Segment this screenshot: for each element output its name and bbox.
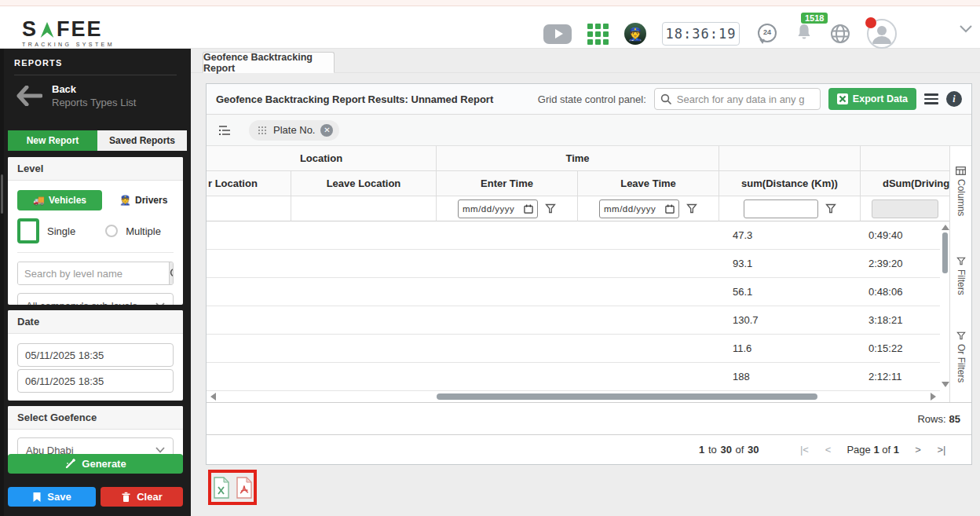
group-tree-icon[interactable] bbox=[218, 124, 232, 137]
distance-value: 188 bbox=[733, 363, 750, 391]
filter-leave-location bbox=[291, 196, 437, 221]
col-header-driving-time[interactable]: dSum(Driving T bbox=[861, 171, 949, 196]
level-search-input[interactable] bbox=[18, 262, 169, 284]
prev-page-button[interactable]: < bbox=[818, 441, 837, 459]
col-header-enter-location[interactable]: r Location bbox=[207, 171, 291, 196]
vehicles-button[interactable]: 🚚 Vehicles bbox=[17, 190, 102, 210]
save-button[interactable]: Save bbox=[8, 487, 96, 507]
group-header-time[interactable]: Time bbox=[437, 146, 719, 171]
filter-leave-time: mm/dd/yyyy bbox=[578, 196, 719, 221]
col-header-enter-time[interactable]: Enter Time bbox=[437, 171, 578, 196]
date-from-input[interactable] bbox=[17, 343, 174, 367]
vscroll-down-arrow[interactable] bbox=[942, 382, 949, 387]
apps-grid-icon[interactable] bbox=[587, 24, 609, 45]
logo-text-prefix: S bbox=[22, 19, 38, 40]
calendar-icon[interactable] bbox=[524, 204, 533, 214]
info-icon[interactable]: i bbox=[946, 91, 962, 107]
back-button[interactable]: Back Reports Types List bbox=[16, 83, 136, 108]
driving-time-value: 0:15:22 bbox=[868, 335, 902, 363]
notifications-bell-icon[interactable]: 1518 bbox=[795, 22, 814, 46]
export-data-button[interactable]: Export Data bbox=[828, 88, 916, 110]
pagination-bar: 1 to 30 of 30 |< < Page 1 of 1 > >| bbox=[207, 435, 971, 464]
multiple-radio[interactable] bbox=[105, 225, 118, 237]
filter-funnel-icon[interactable] bbox=[686, 203, 697, 214]
tab-saved-reports[interactable]: Saved Reports bbox=[97, 130, 187, 151]
rows-summary: Rows: 85 bbox=[207, 402, 971, 435]
drag-handle-icon bbox=[258, 126, 268, 134]
data-grid: Location Time r Location Leave Location … bbox=[207, 146, 949, 402]
vscroll-thumb[interactable] bbox=[942, 232, 948, 273]
level-search bbox=[17, 262, 174, 285]
side-panel-or-filters[interactable]: Or Filters bbox=[956, 331, 967, 382]
single-label: Single bbox=[47, 225, 75, 237]
groupby-chip-plate-no[interactable]: Plate No. ✕ bbox=[249, 120, 339, 141]
table-row[interactable]: 188 2:12:11 bbox=[207, 363, 940, 391]
chip-close-icon[interactable]: ✕ bbox=[320, 124, 333, 137]
menu-icon[interactable] bbox=[924, 93, 938, 104]
driving-time-value: 2:12:11 bbox=[868, 363, 901, 391]
geofence-card: Select Goefence Abu Dhabi bbox=[8, 406, 183, 456]
logo-arrow-icon bbox=[39, 20, 55, 40]
support-24h-icon[interactable]: 24 bbox=[755, 22, 779, 46]
sublevels-select[interactable]: All company's sub-levels bbox=[17, 293, 174, 305]
grid-control-label: Grid state control panel: bbox=[538, 93, 646, 105]
export-pdf-icon[interactable] bbox=[236, 477, 253, 499]
filter-funnel-icon bbox=[956, 257, 966, 265]
top-header: S FEE TRACKING SYSTEM 👮 18:36:19 24 bbox=[0, 6, 980, 49]
last-page-button[interactable]: >| bbox=[932, 441, 951, 459]
grid-search-input[interactable] bbox=[677, 93, 814, 105]
digital-clock: 18:36:19 bbox=[662, 22, 740, 46]
group-header-location[interactable]: Location bbox=[207, 146, 437, 171]
drivers-button[interactable]: 👮 Drivers bbox=[119, 190, 167, 210]
col-header-distance[interactable]: sum(Distance (Km)) bbox=[719, 171, 861, 196]
driver-icon: 👮 bbox=[119, 195, 131, 206]
table-row[interactable]: 47.3 0:49:40 bbox=[207, 221, 940, 250]
tab-new-report[interactable]: New Report bbox=[8, 130, 97, 151]
filter-driving-time bbox=[861, 196, 949, 221]
table-row[interactable]: 130.7 3:18:21 bbox=[207, 306, 940, 335]
account-avatar[interactable] bbox=[867, 19, 897, 49]
header-chevron-down-icon[interactable] bbox=[960, 25, 972, 33]
hscroll-left-arrow[interactable] bbox=[210, 393, 216, 401]
driving-time-value: 0:48:06 bbox=[868, 278, 902, 306]
bookmark-icon bbox=[32, 492, 42, 503]
date-to-input[interactable] bbox=[17, 369, 174, 393]
single-radio[interactable] bbox=[17, 218, 39, 243]
table-row[interactable]: 56.1 0:48:06 bbox=[207, 278, 940, 306]
col-header-leave-location[interactable]: Leave Location bbox=[291, 171, 437, 196]
filter-funnel-icon[interactable] bbox=[825, 203, 836, 214]
youtube-icon[interactable] bbox=[543, 24, 572, 44]
sidebar-scrollbar[interactable] bbox=[0, 49, 4, 516]
hscroll-thumb[interactable] bbox=[437, 393, 817, 400]
hscroll-right-arrow[interactable] bbox=[931, 393, 936, 401]
distance-value: 93.1 bbox=[733, 250, 752, 278]
first-page-button[interactable]: |< bbox=[795, 441, 814, 459]
side-panel-columns[interactable]: Columns bbox=[956, 167, 967, 216]
back-label: Back bbox=[52, 83, 136, 95]
leave-time-date-input[interactable]: mm/dd/yyyy bbox=[599, 199, 679, 218]
truck-icon: 🚚 bbox=[33, 195, 45, 206]
table-row[interactable]: 93.1 2:39:20 bbox=[207, 250, 940, 278]
side-panel-filters[interactable]: Filters bbox=[956, 257, 967, 295]
profile-photo-avatar[interactable]: 👮 bbox=[624, 23, 646, 45]
report-tab[interactable]: Geofence Backtracking Report bbox=[203, 52, 335, 73]
distance-value: 56.1 bbox=[733, 278, 752, 306]
export-excel-icon[interactable] bbox=[213, 477, 230, 499]
level-heading: Level bbox=[8, 157, 183, 181]
columns-table-icon bbox=[956, 167, 966, 175]
vscroll-up-arrow[interactable] bbox=[942, 225, 949, 230]
table-row[interactable]: 11.6 0:15:22 bbox=[207, 335, 940, 363]
rows-count: 85 bbox=[949, 413, 960, 425]
globe-icon[interactable] bbox=[829, 23, 851, 45]
enter-time-date-input[interactable]: mm/dd/yyyy bbox=[458, 199, 538, 218]
distance-filter-input[interactable] bbox=[744, 199, 818, 218]
search-icon[interactable] bbox=[169, 262, 174, 284]
generate-button[interactable]: Generate bbox=[8, 454, 183, 474]
next-page-button[interactable]: > bbox=[909, 441, 927, 459]
filter-funnel-icon[interactable] bbox=[545, 203, 556, 214]
calendar-icon[interactable] bbox=[665, 204, 675, 214]
geofence-heading: Select Goefence bbox=[8, 406, 183, 430]
clear-button[interactable]: Clear bbox=[101, 487, 183, 507]
col-header-leave-time[interactable]: Leave Time bbox=[578, 171, 719, 196]
back-arrow-icon bbox=[16, 86, 42, 106]
